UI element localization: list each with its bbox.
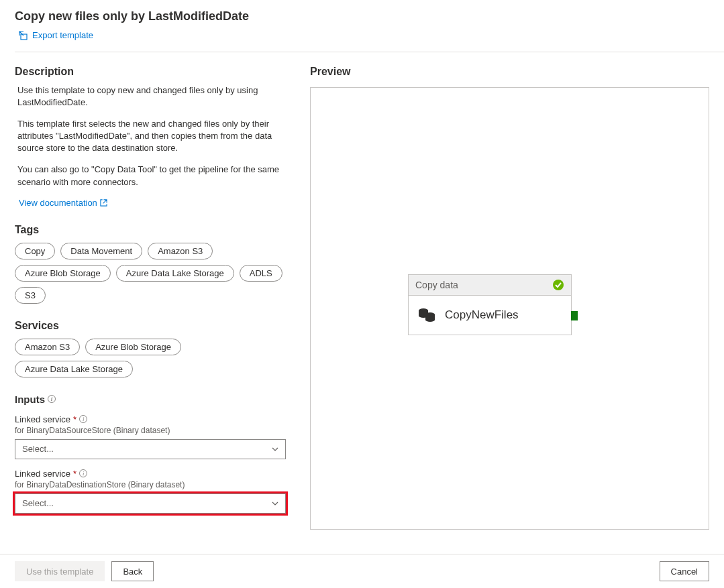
- back-button[interactable]: Back: [111, 561, 154, 581]
- info-icon[interactable]: i: [48, 395, 56, 403]
- tag-pill[interactable]: Azure Data Lake Storage: [116, 265, 234, 282]
- external-link-icon: [100, 199, 107, 207]
- info-icon[interactable]: i: [79, 415, 87, 423]
- cancel-button[interactable]: Cancel: [660, 561, 709, 581]
- output-port[interactable]: [571, 311, 578, 320]
- tags-group: CopyData MovementAmazon S3Azure Blob Sto…: [15, 243, 290, 304]
- info-icon[interactable]: i: [79, 469, 87, 477]
- service-pill[interactable]: Azure Blob Storage: [85, 339, 181, 355]
- description-heading: Description: [15, 66, 290, 78]
- tag-pill[interactable]: S3: [15, 287, 46, 304]
- success-icon: [552, 279, 564, 291]
- services-group: Amazon S3Azure Blob StorageAzure Data La…: [15, 339, 290, 377]
- svg-rect-0: [21, 34, 27, 40]
- view-documentation-label: View documentation: [19, 198, 97, 208]
- tag-pill[interactable]: Azure Blob Storage: [15, 265, 111, 282]
- service-pill[interactable]: Amazon S3: [15, 339, 80, 355]
- use-template-button: Use this template: [15, 561, 105, 581]
- linked-service-sublabel: for BinaryDataSourceStore (Binary datase…: [15, 426, 290, 435]
- tag-pill[interactable]: Amazon S3: [148, 243, 213, 259]
- footer-bar: Use this template Back Cancel: [0, 554, 724, 588]
- service-pill[interactable]: Azure Data Lake Storage: [15, 361, 133, 377]
- copy-data-icon: [418, 308, 435, 322]
- linked-service-select[interactable]: Select...: [15, 493, 286, 514]
- svg-point-1: [553, 280, 564, 290]
- tags-heading: Tags: [15, 224, 290, 236]
- chevron-down-icon: [272, 447, 278, 451]
- activity-type-label: Copy data: [415, 280, 458, 290]
- tag-pill[interactable]: ADLS: [240, 265, 282, 282]
- preview-heading: Preview: [310, 66, 709, 78]
- chevron-down-icon: [272, 502, 278, 506]
- description-p3: You can also go to "Copy Data Tool" to g…: [15, 164, 290, 188]
- export-template-link[interactable]: Export template: [19, 30, 93, 40]
- preview-canvas: Copy data CopyNewFiles: [310, 87, 709, 530]
- linked-service-label: Linked service * i: [15, 469, 87, 479]
- tag-pill[interactable]: Data Movement: [60, 243, 142, 259]
- select-placeholder: Select...: [22, 444, 54, 454]
- linked-service-sublabel: for BinaryDataDestinationStore (Binary d…: [15, 480, 290, 489]
- description-p2: This template first selects the new and …: [15, 118, 290, 155]
- activity-name-label: CopyNewFiles: [445, 308, 519, 322]
- linked-service-select[interactable]: Select...: [15, 439, 286, 459]
- services-heading: Services: [15, 320, 290, 332]
- export-template-label: Export template: [32, 30, 93, 40]
- activity-card[interactable]: Copy data CopyNewFiles: [408, 274, 572, 335]
- export-icon: [19, 31, 28, 40]
- description-p1: Use this template to copy new and change…: [15, 84, 290, 109]
- tag-pill[interactable]: Copy: [15, 243, 55, 259]
- select-placeholder: Select...: [22, 498, 54, 508]
- page-title: Copy new files only by LastModifiedDate: [15, 9, 709, 23]
- inputs-heading: Inputs: [15, 394, 45, 405]
- view-documentation-link[interactable]: View documentation: [15, 198, 107, 208]
- linked-service-label: Linked service * i: [15, 414, 87, 424]
